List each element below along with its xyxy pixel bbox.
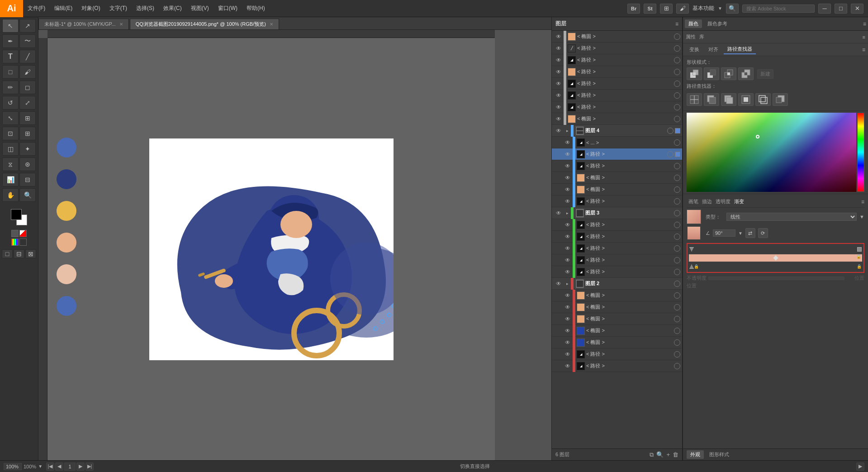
eye-icon[interactable]: 👁 xyxy=(563,302,573,312)
expand-icon[interactable]: ▸ xyxy=(564,210,571,217)
tab-close-2[interactable]: ✕ xyxy=(270,22,273,27)
selection-tool[interactable]: ↖ xyxy=(2,19,19,33)
eye-icon[interactable]: 👁 xyxy=(563,149,573,159)
layer-item[interactable]: 👁 < 椭圆 > xyxy=(552,184,682,195)
prev-artboard-btn[interactable]: ◀ xyxy=(55,462,63,471)
zoom-tool[interactable]: 🔍 xyxy=(19,188,36,202)
eye-icon[interactable]: 👁 xyxy=(563,291,573,300)
menu-file[interactable]: 文件(F) xyxy=(23,0,50,17)
layer-item[interactable]: 👁 ◢ < 路径 > xyxy=(552,219,682,231)
fill-swatch[interactable] xyxy=(11,209,22,220)
menu-edit[interactable]: 编辑(E) xyxy=(50,0,77,17)
new-layer-icon[interactable]: + xyxy=(666,451,670,458)
layer-item[interactable]: 👁 ╱ < 路径 > xyxy=(552,43,682,54)
layer-item[interactable]: 👁 ◢ < 路径 > xyxy=(552,101,682,113)
rotate-tool[interactable]: ↺ xyxy=(2,96,19,110)
hue-slider[interactable] xyxy=(857,113,864,192)
pathfinder-minus-back[interactable] xyxy=(773,93,788,106)
eye-icon[interactable]: 👁 xyxy=(563,232,573,242)
shapebuilder-tool[interactable]: ⊞ xyxy=(19,111,36,125)
gradient-tool[interactable]: ◫ xyxy=(2,142,19,156)
tab-graphic-styles[interactable]: 图形样式 xyxy=(706,450,733,459)
layer-item[interactable]: 👁 < 椭圆 > xyxy=(552,337,682,348)
eye-icon[interactable]: 👁 xyxy=(554,126,564,136)
layer-group-3[interactable]: 👁 ▸ 图层 3 xyxy=(552,207,682,219)
color-swatch[interactable] xyxy=(19,230,27,237)
gradient-type-select[interactable]: 线性 径向 任意形状 xyxy=(726,213,857,221)
layers-list[interactable]: 👁 < 椭圆 > 👁 ╱ < 路径 > 👁 ◢ < 路径 > 👁 < 路径 > xyxy=(552,31,682,448)
layer-item[interactable]: 👁 ◢ < 路径 > xyxy=(552,90,682,101)
grad-tab-opacity[interactable]: 透明度 xyxy=(714,197,732,206)
menu-view[interactable]: 视图(V) xyxy=(186,0,213,17)
opacity-bar[interactable] xyxy=(708,277,844,280)
eye-icon[interactable]: 👁 xyxy=(563,243,573,253)
tab-color-guide[interactable]: 颜色参考 xyxy=(704,19,731,28)
gradient-stop-top-right[interactable] xyxy=(857,247,862,252)
grad-tab-stroke[interactable]: 画笔 xyxy=(687,197,700,206)
layer-item[interactable]: 👁 < 椭圆 > xyxy=(552,172,682,184)
menu-type[interactable]: 文字(T) xyxy=(105,0,132,17)
gradient-color-bar[interactable]: 🔒 xyxy=(688,254,863,262)
grid-icon[interactable]: ⊞ xyxy=(660,4,673,14)
gradient-menu[interactable]: ≡ xyxy=(861,199,864,205)
find-item-icon[interactable]: 🔍 xyxy=(656,451,664,458)
eye-icon[interactable]: 👁 xyxy=(563,349,573,359)
layer-item[interactable]: 👁 ◢ < 路径 > xyxy=(552,243,682,254)
layer-group-2[interactable]: 👁 ▸ 图层 2 xyxy=(552,278,682,290)
eyedropper-tool[interactable]: ✦ xyxy=(19,142,36,156)
first-artboard-btn[interactable]: |◀ xyxy=(46,462,54,471)
pathfinder-merge[interactable] xyxy=(721,93,736,106)
apply-btn[interactable]: 新建 xyxy=(757,69,773,79)
tab-align[interactable]: 对齐 xyxy=(705,45,722,54)
delete-layer-icon[interactable]: 🗑 xyxy=(673,451,678,458)
eye-icon[interactable]: 👁 xyxy=(563,185,573,195)
layers-menu-icon[interactable]: ≡ xyxy=(675,21,678,27)
expand-icon[interactable]: ▸ xyxy=(564,280,571,287)
layer-item[interactable]: 👁 ◢ < 路径 > xyxy=(552,266,682,278)
eye-icon[interactable]: 👁 xyxy=(554,79,564,89)
curvature-tool[interactable]: 〜 xyxy=(19,34,36,48)
grad-tab-border[interactable]: 描边 xyxy=(700,197,714,206)
pathfinder-outline[interactable] xyxy=(755,93,771,106)
shape-btn-exclude[interactable] xyxy=(738,67,754,80)
panel-menu[interactable]: ≡ xyxy=(862,47,865,53)
eye-icon[interactable]: 👁 xyxy=(554,102,564,112)
minimize-btn[interactable]: ─ xyxy=(818,4,831,14)
canvas-background[interactable] xyxy=(47,38,495,460)
menu-help[interactable]: 帮助(H) xyxy=(242,0,270,17)
angle-dropdown[interactable]: ▼ xyxy=(738,231,743,236)
direct-selection-tool[interactable]: ↗ xyxy=(19,19,36,33)
none-swatch[interactable] xyxy=(11,230,19,237)
layer-item[interactable]: 👁 < 路径 > xyxy=(552,66,682,78)
pattern-swatch[interactable] xyxy=(19,238,27,246)
tab-appearance[interactable]: 外观 xyxy=(687,450,704,459)
layer-item[interactable]: 👁 ◢ < 路径 > xyxy=(552,348,682,360)
pencil-tool[interactable]: ✏ xyxy=(2,81,19,94)
zoom-input[interactable] xyxy=(4,463,22,470)
eraser-tool[interactable]: ◻ xyxy=(19,81,36,94)
perspective-tool[interactable]: ⊡ xyxy=(2,127,19,140)
pathfinder-crop[interactable] xyxy=(738,93,754,106)
eye-icon[interactable]: 👁 xyxy=(563,338,573,348)
grad-tab-gradient[interactable]: 渐变 xyxy=(732,197,746,206)
next-artboard-btn[interactable]: ▶ xyxy=(76,462,85,471)
eye-icon[interactable]: 👁 xyxy=(563,255,573,265)
eye-icon[interactable]: 👁 xyxy=(563,138,573,148)
layer-group-4[interactable]: 👁 ▸ 图层 4 xyxy=(552,125,682,137)
zoom-dropdown[interactable]: ▼ xyxy=(38,464,43,469)
tab-file1[interactable]: 未标题-1* @ 100% (CMYK/GP... ✕ xyxy=(38,19,129,29)
tab-transform[interactable]: 变换 xyxy=(686,45,703,54)
rect-tool[interactable]: □ xyxy=(2,65,19,79)
normal-draw-mode[interactable]: □ xyxy=(2,249,13,258)
layer-item[interactable]: 👁 ◢ < 路径 > xyxy=(552,195,682,207)
layer-item[interactable]: 👁 ◢ < 路径 > xyxy=(552,78,682,90)
gradient-preview-swatch[interactable] xyxy=(687,210,701,224)
behind-draw-mode[interactable]: ⊟ xyxy=(14,249,24,258)
menu-effect[interactable]: 效果(C) xyxy=(159,0,186,17)
hand-tool[interactable]: ✋ xyxy=(2,188,19,202)
eye-icon[interactable]: 👁 xyxy=(554,32,564,42)
gradient-center-stop[interactable] xyxy=(773,255,778,260)
layer-item[interactable]: 👁 < 椭圆 > xyxy=(552,290,682,301)
pathfinder-divide[interactable] xyxy=(687,93,702,106)
eye-icon[interactable]: 👁 xyxy=(554,114,564,124)
